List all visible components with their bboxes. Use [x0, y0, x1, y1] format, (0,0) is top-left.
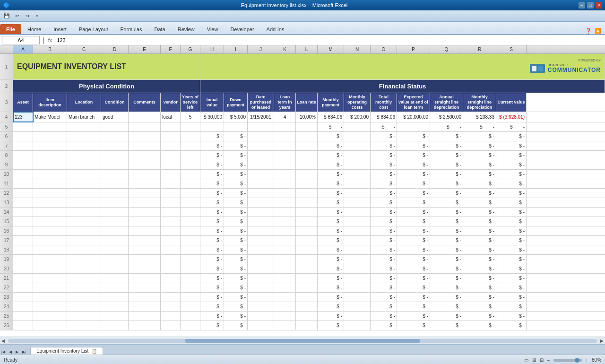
cell-r24[interactable]: $ -: [463, 302, 496, 311]
cell-p22[interactable]: $ -: [397, 283, 430, 292]
cell-n7[interactable]: [344, 141, 371, 150]
cell-m19[interactable]: $ -: [318, 255, 344, 264]
cell-e21[interactable]: [129, 274, 161, 283]
cell-f22[interactable]: [161, 283, 181, 292]
cell-k14[interactable]: [274, 208, 296, 217]
cell-n17[interactable]: [344, 236, 371, 245]
cell-c11[interactable]: [67, 179, 101, 188]
cell-c25[interactable]: [67, 312, 101, 321]
cell-h15[interactable]: $ -: [200, 217, 224, 226]
cell-q23[interactable]: $ -: [430, 293, 463, 302]
cell-i21[interactable]: $ -: [224, 274, 248, 283]
cell-k23[interactable]: [274, 293, 296, 302]
scroll-left-btn[interactable]: ◀: [0, 338, 6, 343]
cell-m23[interactable]: $ -: [318, 293, 344, 302]
col-header-c[interactable]: C: [67, 45, 101, 53]
cell-o21[interactable]: $ -: [371, 274, 397, 283]
cell-b22[interactable]: [33, 283, 67, 292]
cell-a17[interactable]: [13, 236, 33, 245]
cell-b13[interactable]: [33, 198, 67, 207]
cell-e8[interactable]: [129, 151, 161, 160]
cell-q8[interactable]: $ -: [430, 151, 463, 160]
cell-h18[interactable]: $ -: [200, 245, 224, 254]
cell-a20[interactable]: [13, 264, 33, 273]
cell-r8[interactable]: $ -: [463, 151, 496, 160]
cell-f10[interactable]: [161, 170, 181, 179]
cell-s15[interactable]: $ -: [496, 217, 527, 226]
cell-g13[interactable]: [181, 198, 200, 207]
cell-n13[interactable]: [344, 198, 371, 207]
cell-h14[interactable]: $ -: [200, 208, 224, 217]
scroll-track[interactable]: [8, 339, 597, 343]
cell-m17[interactable]: $ -: [318, 236, 344, 245]
cell-j8[interactable]: [248, 151, 274, 160]
cell-q9[interactable]: $ -: [430, 160, 463, 169]
cell-i26[interactable]: $ -: [224, 321, 248, 330]
cell-l4[interactable]: 10.00%: [296, 112, 318, 122]
cell-g15[interactable]: [181, 217, 200, 226]
cell-g23[interactable]: [181, 293, 200, 302]
cell-h19[interactable]: $ -: [200, 255, 224, 264]
formula-input[interactable]: [55, 37, 603, 43]
cell-s10[interactable]: $ -: [496, 170, 527, 179]
cell-j17[interactable]: [248, 236, 274, 245]
cell-q12[interactable]: $ -: [430, 189, 463, 198]
cell-m13[interactable]: $ -: [318, 198, 344, 207]
cell-g10[interactable]: [181, 170, 200, 179]
cell-d17[interactable]: [101, 236, 129, 245]
cell-j26[interactable]: [248, 321, 274, 330]
cell-a19[interactable]: [13, 255, 33, 264]
cell-b24[interactable]: [33, 302, 67, 311]
cell-s17[interactable]: $ -: [496, 236, 527, 245]
cell-e19[interactable]: [129, 255, 161, 264]
cell-q19[interactable]: $ -: [430, 255, 463, 264]
cell-f24[interactable]: [161, 302, 181, 311]
cell-n4[interactable]: $ 200.00: [344, 112, 371, 122]
cell-l17[interactable]: [296, 236, 318, 245]
prev-sheet-btn[interactable]: ◀: [8, 349, 13, 355]
cell-a23[interactable]: [13, 293, 33, 302]
cell-j18[interactable]: [248, 245, 274, 254]
cell-a22[interactable]: [13, 283, 33, 292]
cell-f18[interactable]: [161, 245, 181, 254]
cell-c7[interactable]: [67, 141, 101, 150]
cell-p13[interactable]: $ -: [397, 198, 430, 207]
cell-n23[interactable]: [344, 293, 371, 302]
cell-e7[interactable]: [129, 141, 161, 150]
cell-c6[interactable]: [67, 132, 101, 141]
cell-g5[interactable]: [181, 122, 200, 131]
col-header-a[interactable]: A: [13, 45, 33, 53]
cell-r21[interactable]: $ -: [463, 274, 496, 283]
cell-h9[interactable]: $ -: [200, 160, 224, 169]
cell-k25[interactable]: [274, 312, 296, 321]
cell-e9[interactable]: [129, 160, 161, 169]
cell-d10[interactable]: [101, 170, 129, 179]
cell-m12[interactable]: $ -: [318, 189, 344, 198]
cell-r9[interactable]: $ -: [463, 160, 496, 169]
cell-k4[interactable]: 4: [274, 112, 296, 122]
cell-k16[interactable]: [274, 226, 296, 235]
cell-p5[interactable]: [397, 122, 430, 131]
col-header-q[interactable]: Q: [430, 45, 463, 53]
cell-j23[interactable]: [248, 293, 274, 302]
horizontal-scrollbar[interactable]: ◀ ▶: [0, 337, 605, 344]
cell-l7[interactable]: [296, 141, 318, 150]
cell-i24[interactable]: $ -: [224, 302, 248, 311]
cell-o24[interactable]: $ -: [371, 302, 397, 311]
cell-a24[interactable]: [13, 302, 33, 311]
title-cell-start[interactable]: EQUIPMENT INVENTORY LIST: [13, 54, 200, 79]
cell-l24[interactable]: [296, 302, 318, 311]
cell-i4[interactable]: $ 5,000: [224, 112, 248, 122]
cell-o15[interactable]: $ -: [371, 217, 397, 226]
cell-r20[interactable]: $ -: [463, 264, 496, 273]
cell-b10[interactable]: [33, 170, 67, 179]
cell-j13[interactable]: [248, 198, 274, 207]
cell-c15[interactable]: [67, 217, 101, 226]
cell-f17[interactable]: [161, 236, 181, 245]
cell-e20[interactable]: [129, 264, 161, 273]
cell-l5[interactable]: [296, 122, 318, 131]
cell-l11[interactable]: [296, 179, 318, 188]
cell-s26[interactable]: $ -: [496, 321, 527, 330]
cell-o7[interactable]: $ -: [371, 141, 397, 150]
col-header-j[interactable]: J: [248, 45, 274, 53]
